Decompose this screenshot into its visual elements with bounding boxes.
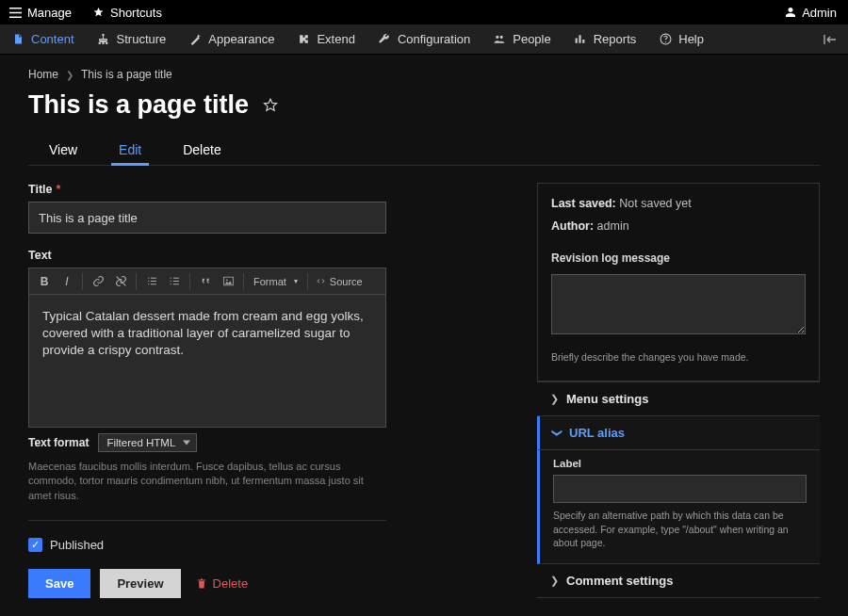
tab-view[interactable]: View xyxy=(28,135,98,165)
chevron-right-icon: ❯ xyxy=(550,393,559,405)
accordion-url-alias[interactable]: ❯ URL alias xyxy=(537,416,820,450)
text-format-label: Text format xyxy=(28,436,89,449)
url-alias-panel: Label Specify an alternative path by whi… xyxy=(537,450,820,564)
author-label: Author: xyxy=(551,219,594,233)
file-icon xyxy=(11,33,24,46)
title-input[interactable] xyxy=(28,202,386,234)
sitemap-icon xyxy=(97,33,110,46)
text-format-select[interactable]: Filtered HTML xyxy=(98,433,197,452)
user-icon xyxy=(785,7,796,18)
admin-tab-label: Appearance xyxy=(208,32,274,46)
admin-tab-label: Structure xyxy=(117,32,167,46)
editor-body[interactable]: Typical Catalan dessert made from cream … xyxy=(29,295,385,427)
preview-button[interactable]: Preview xyxy=(100,569,180,598)
link-button[interactable] xyxy=(87,270,109,293)
breadcrumb-current: This is a page title xyxy=(81,68,172,81)
save-button[interactable]: Save xyxy=(28,569,90,598)
chevron-right-icon: ❯ xyxy=(66,70,73,80)
rich-text-editor: B I Format ▾ xyxy=(28,267,386,428)
url-alias-label: Label xyxy=(553,458,807,469)
bullet-list-button[interactable] xyxy=(140,270,163,293)
tab-delete[interactable]: Delete xyxy=(162,135,241,165)
trash-icon xyxy=(196,577,207,590)
admin-tab-appearance[interactable]: Appearance xyxy=(177,24,285,54)
admin-tab-label: Configuration xyxy=(398,32,470,46)
bars-icon xyxy=(574,33,587,46)
manage-label: Manage xyxy=(27,6,72,20)
revision-log-textarea[interactable] xyxy=(551,274,806,334)
admin-tab-configuration[interactable]: Configuration xyxy=(367,24,481,54)
star-icon xyxy=(92,7,105,18)
chevron-down-icon: ❯ xyxy=(551,429,563,437)
wrench-icon xyxy=(378,33,391,46)
last-saved-label: Last saved: xyxy=(551,197,616,210)
revision-info-panel: Last saved: Not saved yet Author: admin … xyxy=(537,183,820,381)
admin-tab-label: People xyxy=(513,32,550,46)
admin-tab-people[interactable]: People xyxy=(481,24,562,54)
add-shortcut-star[interactable] xyxy=(262,97,279,114)
help-icon xyxy=(659,33,672,46)
url-alias-input[interactable] xyxy=(553,475,807,503)
numbered-list-button[interactable] xyxy=(163,270,186,293)
page-title: This is a page title xyxy=(28,90,249,120)
last-saved-value: Not saved yet xyxy=(619,197,691,210)
chevron-right-icon: ❯ xyxy=(550,575,559,587)
title-field-label: Title* xyxy=(28,183,386,196)
admin-tab-reports[interactable]: Reports xyxy=(563,24,648,54)
toolbar-orientation-toggle[interactable] xyxy=(812,34,848,45)
user-menu[interactable]: Admin xyxy=(774,0,848,24)
chevron-down-icon: ▾ xyxy=(294,277,298,285)
admin-tab-help[interactable]: Help xyxy=(647,24,715,54)
unlink-button[interactable] xyxy=(109,270,132,293)
published-checkbox[interactable]: ✓ xyxy=(28,538,42,552)
shortcuts-link[interactable]: Shortcuts xyxy=(81,0,173,24)
image-button[interactable] xyxy=(217,270,239,293)
published-label: Published xyxy=(50,538,104,552)
user-name: Admin xyxy=(802,6,837,20)
accordion-menu-settings[interactable]: ❯ Menu settings xyxy=(537,382,820,416)
delete-link[interactable]: Delete xyxy=(196,576,249,591)
admin-tab-label: Extend xyxy=(317,32,354,46)
admin-tab-label: Content xyxy=(31,32,74,46)
revision-log-label: Revision log message xyxy=(551,248,806,269)
admin-tab-content[interactable]: Content xyxy=(0,24,86,54)
wand-icon xyxy=(188,33,202,46)
admin-tab-label: Reports xyxy=(594,32,637,46)
people-icon xyxy=(493,33,506,46)
blockquote-button[interactable] xyxy=(194,270,217,293)
svg-point-2 xyxy=(226,280,228,282)
breadcrumb-home[interactable]: Home xyxy=(28,68,58,81)
admin-tab-structure[interactable]: Structure xyxy=(86,24,178,54)
format-help-text: Maecenas faucibus mollis interdum. Fusce… xyxy=(28,460,386,503)
bold-button[interactable]: B xyxy=(33,270,56,293)
hamburger-icon xyxy=(9,8,22,18)
accordion-comment-settings[interactable]: ❯ Comment settings xyxy=(537,564,820,598)
tab-edit[interactable]: Edit xyxy=(98,135,162,165)
manage-menu-toggle[interactable]: Manage xyxy=(0,0,81,24)
admin-tab-label: Help xyxy=(678,32,704,46)
puzzle-icon xyxy=(297,33,310,46)
url-alias-help: Specify an alternative path by which thi… xyxy=(553,509,807,550)
italic-button[interactable]: I xyxy=(56,270,78,293)
format-dropdown[interactable]: Format ▾ xyxy=(248,276,303,287)
text-field-label: Text xyxy=(28,249,386,262)
source-button[interactable]: Source xyxy=(312,276,367,287)
admin-tab-extend[interactable]: Extend xyxy=(285,24,366,54)
breadcrumb: Home ❯ This is a page title xyxy=(28,68,820,81)
author-value: admin xyxy=(597,219,629,233)
revision-help-text: Briefly describe the changes you have ma… xyxy=(551,349,806,367)
shortcuts-label: Shortcuts xyxy=(110,6,162,20)
